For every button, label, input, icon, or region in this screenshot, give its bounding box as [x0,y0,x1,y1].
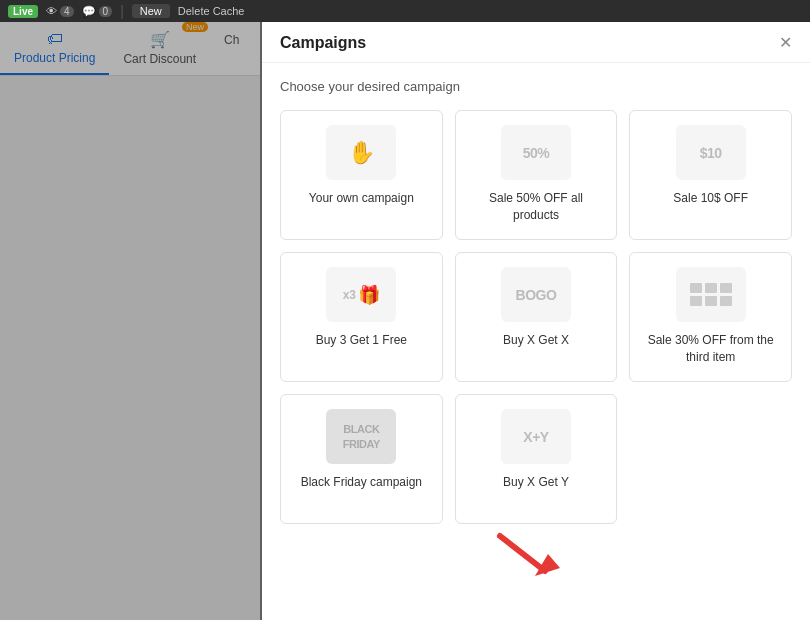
campaigns-modal: Campaigns ✕ Choose your desired campaign… [262,22,810,620]
new-button[interactable]: New [132,4,170,18]
gift-icon: x3 🎁 [343,284,380,306]
modal-body: Choose your desired campaign ✋ Your own … [262,63,810,620]
own-campaign-icon-wrap: ✋ [326,125,396,180]
choose-label: Choose your desired campaign [280,79,792,94]
campaign-card-buy3get1[interactable]: x3 🎁 Buy 3 Get 1 Free [280,252,443,382]
hand-icon: ✋ [348,140,375,166]
campaign-card-30off[interactable]: Sale 30% OFF from the third item [629,252,792,382]
own-campaign-label: Your own campaign [309,190,414,207]
blackfriday-icon-wrap: BLACKFRIDAY [326,409,396,464]
buyxgety-icon-text: X+Y [523,429,548,445]
grid-cell-5 [705,296,717,306]
grid-cell-1 [690,283,702,293]
comment-icon: 💬 [82,5,96,18]
grid-cell-4 [690,296,702,306]
10off-icon-wrap: $10 [676,125,746,180]
delete-cache-button[interactable]: Delete Cache [178,5,245,17]
eye-icon: 👁 [46,5,57,17]
campaign-card-10off[interactable]: $10 Sale 10$ OFF [629,110,792,240]
topbar-count-4: 👁 4 [46,5,74,17]
campaign-card-own[interactable]: ✋ Your own campaign [280,110,443,240]
30off-icon-wrap [676,267,746,322]
campaign-card-50off[interactable]: 50% Sale 50% OFF all products [455,110,618,240]
x3-text: x3 [343,288,356,302]
live-badge: Live [8,5,38,18]
50off-icon-wrap: 50% [501,125,571,180]
bogo-label: Buy X Get X [503,332,569,349]
topbar-count-0: 💬 0 [82,5,113,18]
modal-header: Campaigns ✕ [262,22,810,63]
grid-icon [690,283,732,306]
30off-label: Sale 30% OFF from the third item [640,332,781,366]
bogo-icon-wrap: BOGO [501,267,571,322]
modal-close-button[interactable]: ✕ [779,35,792,51]
50off-label: Sale 50% OFF all products [466,190,607,224]
campaigns-grid: ✋ Your own campaign 50% Sale 50% OFF all… [280,110,792,524]
blackfriday-icon-text: BLACKFRIDAY [343,422,380,451]
blackfriday-label: Black Friday campaign [301,474,422,491]
10off-icon-text: $10 [700,145,722,161]
buy3get1-label: Buy 3 Get 1 Free [316,332,407,349]
gift-emoji: 🎁 [358,284,380,306]
campaign-card-blackfriday[interactable]: BLACKFRIDAY Black Friday campaign [280,394,443,524]
grid-cell-2 [705,283,717,293]
modal-title: Campaigns [280,34,366,52]
10off-label: Sale 10$ OFF [673,190,748,207]
buyxgety-icon-wrap: X+Y [501,409,571,464]
campaign-card-bogo[interactable]: BOGO Buy X Get X [455,252,618,382]
buy3get1-icon-wrap: x3 🎁 [326,267,396,322]
bogo-icon-text: BOGO [516,287,557,303]
buyxgety-label: Buy X Get Y [503,474,569,491]
topbar: Live 👁 4 💬 0 | New Delete Cache [0,0,810,22]
grid-cell-3 [720,283,732,293]
50off-icon-text: 50% [523,145,550,161]
grid-cell-6 [720,296,732,306]
campaign-card-buyxgety[interactable]: X+Y Buy X Get Y [455,394,618,524]
